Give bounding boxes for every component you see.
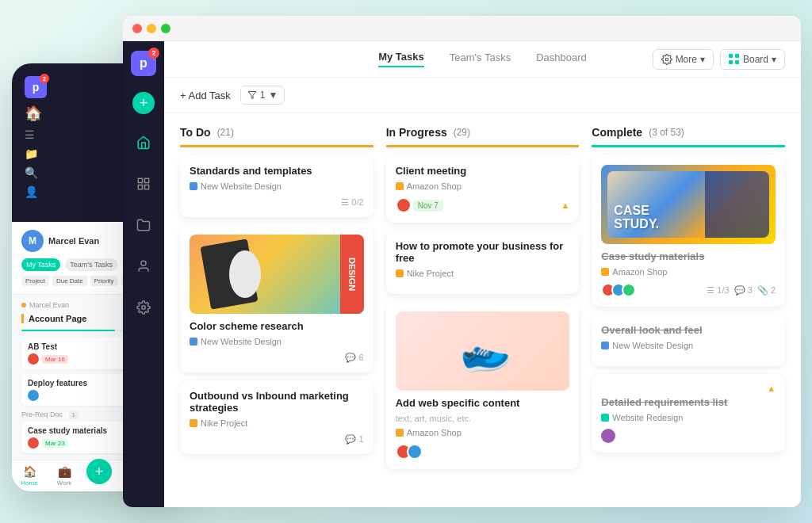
complete-column: Complete (3 of 53) CASESTUDY. Case study… <box>592 126 785 494</box>
task-project-look-feel: New Website Design <box>601 341 776 350</box>
inprogress-column-header: In Progress (29) <box>386 126 580 147</box>
inprogress-column-count: (29) <box>454 127 470 138</box>
mobile-nav-home[interactable]: 🏠 Home <box>12 465 47 487</box>
sidebar-user-icon[interactable] <box>131 254 156 279</box>
case-study-overlay <box>705 171 769 238</box>
close-button[interactable] <box>132 24 142 33</box>
task-project-promote: Nike Project <box>396 269 570 278</box>
task-date-2: Mar 23 <box>42 439 68 448</box>
work-nav-icon: 💼 <box>58 465 71 478</box>
home-nav-icon: 🏠 <box>23 465 36 478</box>
svg-point-5 <box>142 306 146 310</box>
complete-column-title: Complete <box>592 126 642 139</box>
project-dot-look-feel <box>601 342 609 349</box>
svg-rect-3 <box>145 185 149 189</box>
add-task-button[interactable]: + Add Task <box>180 90 231 101</box>
minimize-button[interactable] <box>147 24 156 33</box>
kanban-board: To Do (21) Standards and templates New W… <box>164 113 801 507</box>
priority-up-icon-req: ▲ <box>767 384 776 393</box>
mobile-tab-teams-tasks[interactable]: Team's Tasks <box>65 258 117 271</box>
task-title-standards: Standards and templates <box>190 165 364 177</box>
home-nav-label: Home <box>21 479 37 487</box>
board-button[interactable]: Board ▾ <box>720 49 785 70</box>
project-dot-client-meeting <box>396 182 404 190</box>
avatar-3-case-study <box>622 283 636 297</box>
sidebar-home-icon[interactable] <box>131 130 156 155</box>
priority-up-icon: ▲ <box>561 200 569 210</box>
task-card-client-meeting[interactable]: Client meeting Amazon Shop Nov 7 ▲ <box>386 155 580 223</box>
todo-column-count: (21) <box>217 127 234 138</box>
mobile-filter-priority[interactable]: Priority <box>90 276 118 286</box>
task-meta-web-content <box>396 444 570 460</box>
svg-point-6 <box>665 58 668 61</box>
sidebar-folder-icon[interactable] <box>131 212 156 238</box>
task-card-marketing[interactable]: Outbound vs Inbound marketing strategies… <box>180 380 373 454</box>
add-nav-button[interactable]: + <box>86 459 112 484</box>
top-navigation: My Tasks Team's Tasks Dashboard More ▾ B… <box>164 41 801 78</box>
task-avatar-1 <box>28 353 39 365</box>
project-dot-requirements <box>601 414 609 422</box>
task-card-color-scheme[interactable]: DESIGN Color scheme research New Website… <box>180 225 373 372</box>
case-study-image: CASESTUDY. <box>601 165 776 244</box>
project-dot-promote <box>396 269 404 277</box>
window-titlebar <box>123 16 801 41</box>
task-card-look-feel[interactable]: Overall look and feel New Website Design <box>592 315 785 366</box>
task-priority-requirements: ▲ <box>601 384 776 393</box>
maximize-button[interactable] <box>161 24 170 33</box>
task-card-case-study[interactable]: CASESTUDY. Case study materials Amazon S… <box>592 155 785 307</box>
desktop-window: p 2 + My Tasks Tea <box>123 16 801 507</box>
project-dot-marketing <box>190 419 197 427</box>
logo-letter: p <box>33 81 40 94</box>
task-project-web-content: Amazon Shop <box>396 428 570 437</box>
mobile-filter-due-date[interactable]: Due Date <box>52 276 87 286</box>
task-project-standards: New Website Design <box>190 181 364 191</box>
task-project-case-study: Amazon Shop <box>601 267 776 277</box>
sidebar-add-button[interactable]: + <box>132 92 155 114</box>
sidebar-settings-icon[interactable] <box>131 295 156 320</box>
task-meta-standards: ☰ 0/2 <box>190 197 364 208</box>
task-subtitle-web-content: text, art, music, etc. <box>396 414 570 423</box>
work-nav-label: Work <box>57 479 72 487</box>
complete-column-header: Complete (3 of 53) <box>592 126 785 147</box>
task-title-color-scheme: Color scheme research <box>190 320 364 332</box>
mobile-nav-work[interactable]: 💼 Work <box>47 465 82 487</box>
mobile-user-avatar: M <box>21 230 44 252</box>
task-title-marketing: Outbound vs Inbound marketing strategies <box>190 390 364 414</box>
case-study-avatars <box>601 283 636 297</box>
svg-rect-0 <box>138 178 142 182</box>
task-card-standards[interactable]: Standards and templates New Website Desi… <box>180 155 373 217</box>
sidebar-grid-icon[interactable] <box>131 171 156 197</box>
task-project-marketing: Nike Project <box>190 418 364 428</box>
task-card-promote[interactable]: How to promote your business for free Ni… <box>386 231 580 294</box>
mobile-tab-my-tasks[interactable]: My Tasks <box>21 258 60 271</box>
task-project-client-meeting: Amazon Shop <box>396 181 570 191</box>
task-meta-client-meeting: Nov 7 ▲ <box>396 197 570 213</box>
complete-column-count: (3 of 53) <box>649 127 684 138</box>
project-dot-standards <box>190 182 197 190</box>
task-project-color-scheme: New Website Design <box>190 337 364 346</box>
more-button[interactable]: More ▾ <box>653 49 714 70</box>
task-card-web-content[interactable]: 👟 Add web specific content text, art, mu… <box>386 302 580 469</box>
task-date-1: Mar 16 <box>42 355 68 364</box>
tab-teams-tasks[interactable]: Team's Tasks <box>450 52 511 67</box>
section-dot-1 <box>21 303 26 307</box>
comment-count-color-scheme: 💬 6 <box>345 353 363 363</box>
subtask-count-standards: ☰ 0/2 <box>341 197 363 208</box>
filter-button[interactable]: 1 ▼ <box>240 86 285 105</box>
task-avatar-3 <box>28 437 39 449</box>
project-dot-web-content <box>396 429 404 437</box>
color-scheme-image: DESIGN <box>190 235 364 314</box>
task-card-requirements[interactable]: ▲ Detailed requirements list Website Red… <box>592 374 785 452</box>
tab-my-tasks[interactable]: My Tasks <box>378 51 424 67</box>
sidebar-badge: 2 <box>148 48 159 59</box>
task-title-case-study: Case study materials <box>601 250 776 262</box>
mobile-filter-project[interactable]: Project <box>21 276 49 286</box>
task-meta-marketing: 💬 1 <box>190 434 364 445</box>
mobile-nav-add[interactable]: + <box>82 465 117 487</box>
svg-rect-2 <box>138 185 142 189</box>
window-body: p 2 + My Tasks Tea <box>123 41 801 507</box>
tab-dashboard[interactable]: Dashboard <box>536 52 587 67</box>
shoe-emoji: 👟 <box>451 321 513 381</box>
task-project-requirements: Website Redesign <box>601 413 776 422</box>
todo-column-header: To Do (21) <box>180 126 373 147</box>
